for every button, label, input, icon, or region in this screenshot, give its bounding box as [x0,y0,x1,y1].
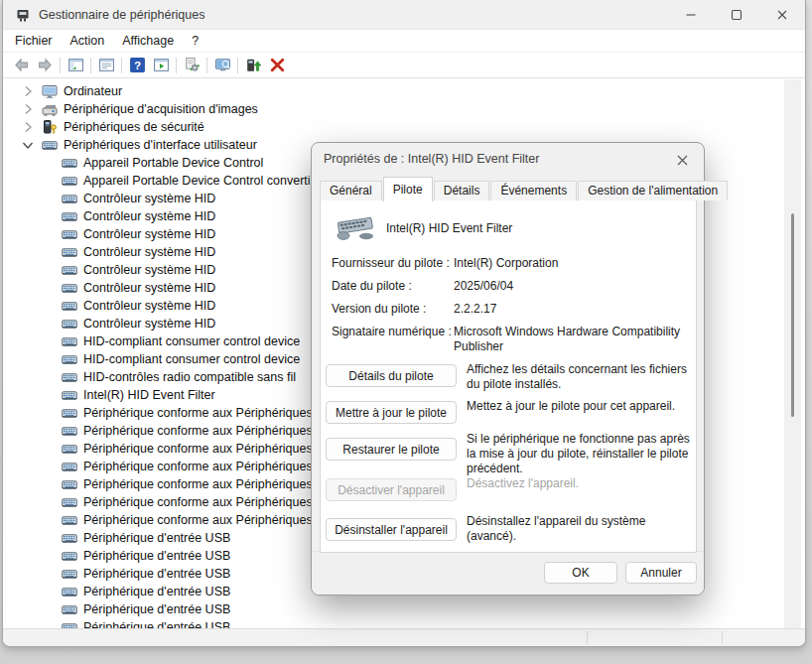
tab-pilote[interactable]: Pilote [383,177,433,201]
détails-du-pilote-button[interactable]: Détails du pilote [326,364,457,387]
ok-button[interactable]: OK [544,562,617,584]
hid-device-icon [62,173,77,189]
cancel-button[interactable]: Annuler [625,562,697,584]
titlebar[interactable]: Gestionnaire de périphériques [3,0,805,30]
désactiver-l-appareil-button: Désactiver l'appareil [326,478,457,501]
hid-device-icon [62,351,77,367]
hid-device-icon [62,316,77,332]
tree-item-label: Périphérique d'acquisition d'images [64,102,258,116]
tree-item-label: Contrôleur système HID [83,281,215,295]
tree-item-périphérique-d-entrée-usb[interactable]: Périphérique d'entrée USB [4,600,785,618]
tab-détails[interactable]: Détails [434,181,490,200]
driver-info-value: 2.2.2.17 [454,302,688,317]
hid-device-icon [62,601,77,617]
menu-help[interactable]: ? [183,30,207,52]
hid-device-icon [62,512,77,528]
tree-item-label: Appareil Portable Device Control convert… [83,174,311,188]
properties-button[interactable] [94,55,118,76]
hid-device-icon [62,208,77,224]
hid-device-icon [334,211,379,241]
tree-item-label: Contrôleur système HID [83,299,215,313]
chevron-right-icon[interactable] [20,119,36,135]
tab-général[interactable]: Général [320,181,382,200]
désinstaller-l-appareil-button[interactable]: Désinstaller l'appareil [326,518,457,541]
tree-item-label: Contrôleur système HID [83,192,215,205]
tab-gestion-de-l-alimentation[interactable]: Gestion de l'alimentation [578,181,728,200]
scrollbar-thumb[interactable] [791,213,794,417]
tree-item-label: Périphérique d'entrée USB [83,549,230,563]
driver-info-value: 2025/06/04 [454,279,688,294]
tree-item-label: Contrôleur système HID [83,317,215,331]
tab-événements[interactable]: Événements [490,181,577,200]
hid-device-icon [62,459,77,474]
properties-icon [98,57,115,73]
action-description: Si le périphérique ne fonctionne pas apr… [467,432,693,476]
tree-item-périphérique-d-acquisition-d-images[interactable]: Périphérique d'acquisition d'images [4,100,785,118]
toolbar-separator [176,58,177,73]
tree-item-label: Périphérique conforme aux Périphériques … [83,424,323,438]
action-description: Désactivez l'appareil. [467,476,693,491]
dialog-title: Propriétés de : Intel(R) HID Event Filte… [324,152,539,166]
tree-item-label: HID-contrôles radio compatible sans fil [83,370,296,384]
tree-item-label: Périphérique conforme aux Périphériques … [83,460,323,473]
tree-scrollbar[interactable] [784,79,801,629]
toolbar-separator [90,58,91,73]
hid-device-icon [62,387,77,403]
hid-device-icon [62,333,77,349]
driver-tab-panel: Intel(R) HID Event Filter Fournisseur du… [320,199,697,553]
hid-device-icon [62,423,77,439]
back-button[interactable] [9,55,33,76]
tree-item-label: Périphérique conforme aux Périphériques … [83,442,323,456]
computer-icon [42,83,58,99]
tree-item-label: Périphérique d'entrée USB [83,531,230,545]
chevron-right-icon[interactable] [20,83,36,99]
hid-device-icon [62,548,77,564]
chevron-right-icon[interactable] [20,101,36,117]
hid-device-icon [62,280,77,296]
console-tree-button[interactable] [64,55,87,76]
driver-info-label: Signataire numérique : [332,325,452,338]
maximize-button[interactable] [714,0,759,30]
action-pane-button[interactable] [149,55,173,76]
forward-button[interactable] [33,55,57,76]
scan-hardware-button[interactable] [180,55,203,76]
tree-item-label: Périphérique d'entrée USB [83,602,230,616]
uninstall-device-button[interactable] [265,55,289,76]
dialog-tabs: GénéralPiloteDétailsÉvénementsGestion de… [320,176,729,200]
action-description: Désinstallez l'appareil du système (avan… [467,514,693,544]
driver-info-label: Date du pilote : [332,279,412,293]
toolbar-separator [206,58,207,73]
tree-item-périphériques-de-sécurité[interactable]: Périphériques de sécurité [4,118,785,136]
hid-device-icon [62,530,77,546]
mettre-à-jour-le-pilote-button[interactable]: Mettre à jour le pilote [326,401,457,424]
hid-device-icon [62,262,77,278]
dialog-close-icon[interactable] [670,149,694,171]
svg-text:?: ? [133,59,140,71]
tree-item-ordinateur[interactable]: Ordinateur [4,82,785,100]
update-driver-icon [244,57,262,73]
menubar: FichierActionAffichage? [3,30,805,52]
hid-device-icon [62,369,77,385]
remote-computer-button[interactable] [210,55,234,76]
chevron-down-icon[interactable] [20,137,36,153]
statusbar-separator [722,631,723,644]
hid-device-icon [42,137,58,153]
help-button[interactable]: ? [125,55,149,76]
menu-fichier[interactable]: Fichier [6,30,62,52]
tree-item-label: Périphérique conforme aux Périphériques … [83,477,323,491]
menu-affichage[interactable]: Affichage [113,30,183,52]
restaurer-le-pilote-button[interactable]: Restaurer le pilote [326,438,457,461]
update-driver-button[interactable] [241,55,265,76]
device-manager-icon [15,7,31,23]
hid-device-icon [62,244,77,260]
menu-action[interactable]: Action [62,30,114,52]
console-tree-icon [68,57,84,73]
tree-item-label: Périphérique d'entrée USB [83,585,230,598]
minimize-button[interactable] [668,0,714,30]
tree-item-label: HID-compliant consumer control device [83,352,300,366]
hid-device-icon [62,191,77,206]
hid-device-icon [62,476,77,492]
driver-info-value: Microsoft Windows Hardware Compatibility… [454,325,688,354]
help-icon: ? [129,57,146,73]
close-button[interactable] [759,0,805,30]
